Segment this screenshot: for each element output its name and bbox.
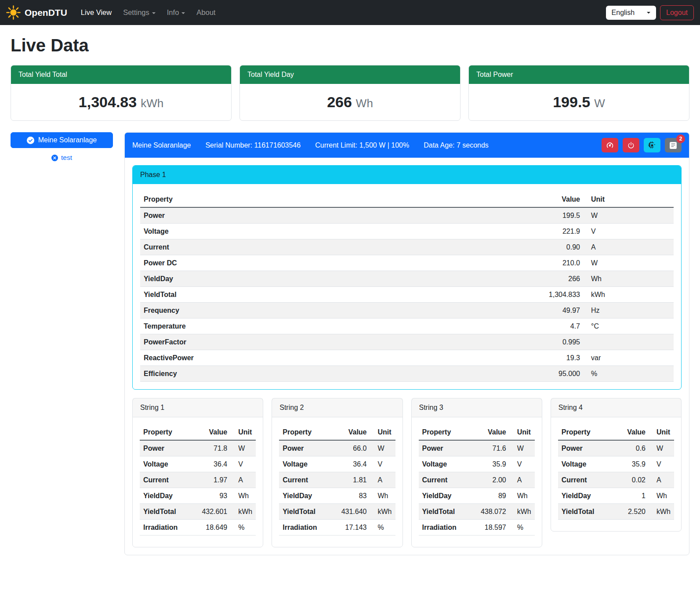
table-row: ReactivePower19.3var — [140, 350, 674, 366]
unit-cell: Wh — [370, 488, 395, 504]
property-cell: Current — [279, 472, 332, 488]
total-yield-day-card: Total Yield Day 266 Wh — [239, 65, 461, 121]
table-row: YieldTotal1,304.833kWh — [140, 287, 674, 303]
sidebar-item-meine-solaranlage[interactable]: Meine Solaranlage — [11, 132, 113, 148]
phase-card: Phase 1 Property Value Unit Power199.5WV… — [132, 165, 682, 390]
table-header: Property Value Unit — [419, 424, 535, 440]
unit-cell: var — [584, 350, 674, 366]
unit-cell: V — [510, 456, 535, 472]
nav-item-info[interactable]: Info — [161, 4, 191, 21]
table-row: Power199.5W — [140, 207, 674, 224]
string-card-title: String 1 — [133, 398, 263, 417]
table-row: Voltage35.9V — [558, 456, 674, 472]
table-row: Irradiation17.143% — [279, 520, 395, 535]
value-cell: 0.995 — [526, 334, 584, 350]
table-row: Efficiency95.000% — [140, 366, 674, 382]
string-card: String 4 Property Value Unit Power0.6WVo… — [551, 398, 682, 532]
column-property: Property — [140, 424, 193, 440]
property-cell: Power — [558, 440, 611, 456]
limit-settings-button[interactable] — [602, 138, 618, 152]
unit-cell — [584, 334, 674, 350]
table-row: Voltage221.9V — [140, 224, 674, 239]
inverter-actions: 2 — [602, 138, 682, 152]
value-cell: 4.7 — [526, 318, 584, 334]
column-property: Property — [140, 192, 526, 207]
inverter-panel-header: Meine Solaranlage Serial Number: 1161716… — [125, 133, 689, 158]
phase-card-body: Property Value Unit Power199.5WVoltage22… — [133, 184, 681, 389]
property-cell: YieldDay — [279, 488, 332, 504]
total-yield-total-unit: kWh — [141, 97, 163, 110]
table-header-row: Property Value Unit — [279, 424, 395, 440]
value-cell: 49.97 — [526, 303, 584, 318]
table-row: Irradiation18.597% — [419, 520, 535, 535]
power-icon — [627, 141, 635, 149]
string-card-body: Property Value Unit Power66.0WVoltage36.… — [272, 417, 402, 547]
string-card-title: String 2 — [272, 398, 402, 417]
card-title: Total Yield Total — [11, 65, 231, 84]
nav-item-settings[interactable]: Settings — [117, 4, 161, 21]
string-card: String 3 Property Value Unit Power71.6WV… — [411, 398, 542, 547]
property-cell: Irradiation — [419, 520, 472, 535]
power-button[interactable] — [623, 138, 639, 152]
property-cell: Voltage — [558, 456, 611, 472]
property-cell: Power — [140, 440, 193, 456]
string-card-title: String 4 — [551, 398, 681, 417]
string-table-body: Power71.6WVoltage35.9VCurrent2.00AYieldD… — [419, 440, 535, 535]
logout-button[interactable]: Logout — [660, 5, 694, 20]
column-value: Value — [333, 424, 370, 440]
total-yield-total-value: 1,304.83 — [79, 94, 137, 111]
unit-cell: V — [370, 456, 395, 472]
table-row: YieldDay89Wh — [419, 488, 535, 504]
property-cell: Voltage — [279, 456, 332, 472]
property-cell: Irradiation — [279, 520, 332, 535]
unit-cell: W — [649, 440, 674, 456]
property-cell: YieldTotal — [140, 504, 193, 520]
value-cell: 18.597 — [472, 520, 510, 535]
table-header: Property Value Unit — [279, 424, 395, 440]
card-title: Total Power — [469, 65, 689, 84]
nav-item-about[interactable]: About — [191, 4, 221, 21]
table-row: Irradiation18.649% — [140, 520, 256, 535]
unit-cell: Wh — [510, 488, 535, 504]
brand[interactable]: OpenDTU — [6, 5, 67, 20]
column-property: Property — [419, 424, 472, 440]
value-cell: 2.520 — [611, 504, 649, 520]
unit-cell: V — [649, 456, 674, 472]
summary-cards-row: Total Yield Total 1,304.83 kWh Total Yie… — [11, 65, 689, 121]
card-title: Total Yield Day — [240, 65, 460, 84]
event-count-badge: 2 — [676, 134, 685, 143]
event-log-button[interactable]: 2 — [665, 138, 682, 152]
table-row: YieldDay83Wh — [279, 488, 395, 504]
language-select[interactable]: English — [606, 6, 656, 20]
property-cell: Irradiation — [140, 520, 193, 535]
table-row: Voltage36.4V — [279, 456, 395, 472]
property-cell: PowerFactor — [140, 334, 526, 350]
value-cell: 1 — [611, 488, 649, 504]
table-row: Current0.90A — [140, 239, 674, 255]
string-card-body: Property Value Unit Power0.6WVoltage35.9… — [551, 417, 681, 531]
inverter-name-label: Meine Solaranlage — [38, 136, 97, 144]
value-cell: 66.0 — [333, 440, 370, 456]
table-row: Frequency49.97Hz — [140, 303, 674, 318]
x-circle-icon — [51, 155, 58, 161]
column-unit: Unit — [584, 192, 674, 207]
property-cell: YieldTotal — [419, 504, 472, 520]
table-row: Current2.00A — [419, 472, 535, 488]
device-info-button[interactable] — [644, 138, 660, 152]
property-cell: Voltage — [140, 456, 193, 472]
unit-cell: A — [584, 239, 674, 255]
nav-item-live-view[interactable]: Live View — [75, 4, 117, 21]
property-cell: YieldTotal — [558, 504, 611, 520]
value-cell: 18.649 — [193, 520, 231, 535]
table-row: Power0.6W — [558, 440, 674, 456]
sidebar-item-test[interactable]: test — [11, 154, 113, 162]
table-row: YieldTotal431.640kWh — [279, 504, 395, 520]
string-table: Property Value Unit Power71.8WVoltage36.… — [140, 424, 256, 535]
value-cell: 71.8 — [193, 440, 231, 456]
phase-table: Property Value Unit Power199.5WVoltage22… — [140, 192, 674, 382]
property-cell: Temperature — [140, 318, 526, 334]
property-cell: Efficiency — [140, 366, 526, 382]
column-unit: Unit — [649, 424, 674, 440]
table-header: Property Value Unit — [140, 424, 256, 440]
table-row: Voltage35.9V — [419, 456, 535, 472]
